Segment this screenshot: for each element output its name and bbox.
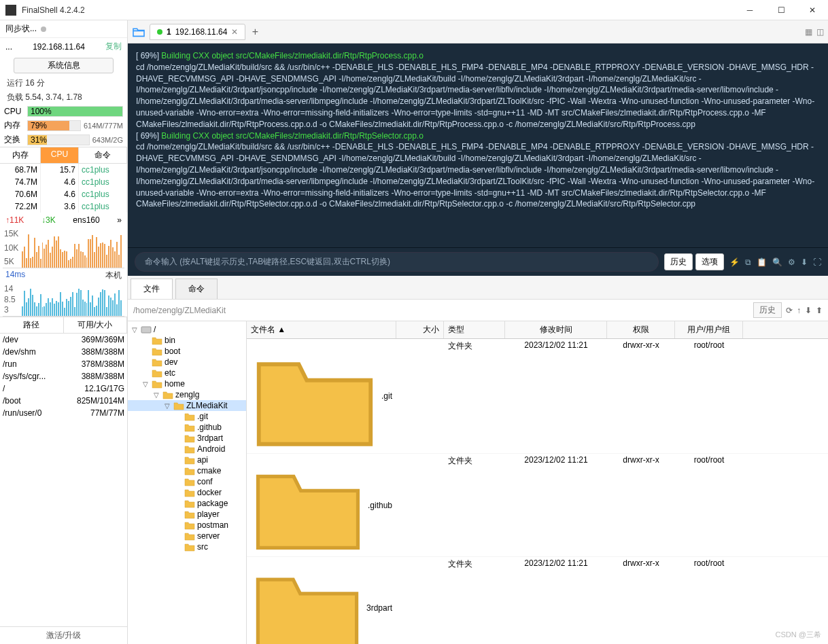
titlebar: FinalShell 4.2.4.2 ─ ☐ ✕ bbox=[0, 0, 828, 20]
tab-number: 1 bbox=[167, 27, 171, 37]
command-tab[interactable]: 命令 bbox=[175, 279, 218, 299]
hdr-date[interactable]: 修改时间 bbox=[505, 321, 607, 338]
mem-meter: 内存 79% 614M/777M bbox=[0, 118, 127, 132]
upload-file-icon[interactable]: ⬆ bbox=[816, 306, 823, 315]
download-file-icon[interactable]: ⬇ bbox=[805, 306, 812, 315]
disk-row[interactable]: /sys/fs/cgr...388M/388M bbox=[0, 370, 127, 382]
window-title: FinalShell 4.2.4.2 bbox=[22, 5, 734, 15]
process-row[interactable]: 70.6M4.6cc1plus bbox=[0, 188, 127, 200]
system-info-button[interactable]: 系统信息 bbox=[14, 58, 114, 73]
proc-hdr-cpu[interactable]: CPU bbox=[41, 147, 79, 163]
hdr-user[interactable]: 用户/用户组 bbox=[675, 321, 743, 338]
tree-node[interactable]: player bbox=[128, 509, 246, 520]
options-button[interactable]: 选项 bbox=[695, 253, 724, 270]
tree-node[interactable]: cmake bbox=[128, 465, 246, 476]
cpu-meter: CPU 100% bbox=[0, 105, 127, 118]
fullscreen-icon[interactable]: ⛶ bbox=[813, 257, 821, 267]
tree-node[interactable]: api bbox=[128, 454, 246, 465]
history-button[interactable]: 历史 bbox=[664, 253, 693, 270]
hdr-type[interactable]: 类型 bbox=[444, 321, 505, 338]
command-input[interactable]: 命令输入 (按ALT键提示历史,TAB键路径,ESC键返回,双击CTRL切换) bbox=[135, 252, 659, 272]
session-tab[interactable]: 1 192.168.11.64 ✕ bbox=[150, 24, 245, 40]
tree-node[interactable]: .git bbox=[128, 411, 246, 422]
tree-node[interactable]: .github bbox=[128, 422, 246, 433]
tree-node[interactable]: 3rdpart bbox=[128, 433, 246, 444]
swap-meter: 交换 31% 643M/2G bbox=[0, 132, 127, 147]
disk-row[interactable]: /dev369M/369M bbox=[0, 334, 127, 346]
disk-header: 路径 可用/大小 bbox=[0, 317, 127, 334]
tab-label: 192.168.11.64 bbox=[175, 27, 228, 37]
file-tree[interactable]: ▽/binbootdevetc▽home▽zenglg▽ZLMediaKit.g… bbox=[128, 321, 247, 644]
minimize-button[interactable]: ─ bbox=[734, 0, 765, 20]
path-bar: /home/zenglg/ZLMediaKit 历史 ⟳ ↑ ⬇ ⬆ bbox=[128, 300, 828, 321]
mem-right: 614M/777M bbox=[84, 122, 123, 130]
copy-icon[interactable]: ⧉ bbox=[745, 257, 751, 267]
bolt-icon[interactable]: ⚡ bbox=[729, 257, 740, 267]
process-row[interactable]: 72.2M3.6cc1plus bbox=[0, 200, 127, 213]
disk-hdr-path[interactable]: 路径 bbox=[0, 317, 64, 333]
tree-node[interactable]: dev bbox=[128, 357, 246, 368]
disk-hdr-size[interactable]: 可用/大小 bbox=[64, 317, 128, 333]
file-row[interactable]: 3rdpart文件夹2023/12/02 11:21drwxr-xr-xroot… bbox=[247, 557, 828, 644]
file-row[interactable]: .git文件夹2023/12/02 11:21drwxr-xr-xroot/ro… bbox=[247, 339, 828, 454]
search-icon[interactable]: 🔍 bbox=[772, 257, 782, 267]
host-prefix: ... bbox=[5, 42, 12, 52]
proc-hdr-cmd[interactable]: 命令 bbox=[79, 147, 127, 163]
hdr-name[interactable]: 文件名 ▲ bbox=[247, 321, 396, 338]
add-tab-button[interactable]: + bbox=[249, 26, 260, 37]
disk-row[interactable]: /run378M/388M bbox=[0, 358, 127, 370]
tree-node[interactable]: Android bbox=[128, 444, 246, 454]
current-path[interactable]: /home/zenglg/ZLMediaKit bbox=[133, 306, 748, 315]
disk-row[interactable]: /12.1G/17G bbox=[0, 382, 127, 395]
sync-label: 同步状... bbox=[5, 23, 37, 35]
tree-node[interactable]: ▽home bbox=[128, 378, 246, 389]
open-folder-icon[interactable] bbox=[132, 26, 145, 37]
tree-node[interactable]: docker bbox=[128, 487, 246, 498]
sync-dot-icon bbox=[41, 26, 46, 32]
proc-hdr-mem[interactable]: 内存 bbox=[0, 147, 41, 163]
cpu-label: CPU bbox=[4, 107, 24, 116]
tree-node[interactable]: bin bbox=[128, 335, 246, 346]
tree-node[interactable]: package bbox=[128, 498, 246, 509]
split-view-icon[interactable]: ◫ bbox=[816, 27, 824, 37]
ping-chart: 148.53 bbox=[3, 283, 124, 317]
path-history-button[interactable]: 历史 bbox=[753, 302, 782, 318]
tree-node[interactable]: ▽zenglg bbox=[128, 389, 246, 400]
refresh-icon[interactable]: ⟳ bbox=[786, 306, 793, 315]
process-row[interactable]: 68.7M15.7cc1plus bbox=[0, 164, 127, 176]
file-tab[interactable]: 文件 bbox=[131, 279, 173, 299]
maximize-button[interactable]: ☐ bbox=[765, 0, 797, 20]
ping-row: 14ms 本机 bbox=[0, 268, 127, 283]
net-expand-icon[interactable]: » bbox=[117, 215, 122, 225]
copy-link[interactable]: 复制 bbox=[105, 41, 122, 52]
tree-node[interactable]: postman bbox=[128, 520, 246, 531]
disk-row[interactable]: /boot825M/1014M bbox=[0, 395, 127, 407]
swap-right: 643M/2G bbox=[92, 136, 123, 144]
tree-node[interactable]: etc bbox=[128, 368, 246, 378]
hdr-perm[interactable]: 权限 bbox=[607, 321, 675, 338]
grid-view-icon[interactable]: ▦ bbox=[805, 27, 812, 37]
tree-node[interactable]: src bbox=[128, 541, 246, 552]
tab-close-icon[interactable]: ✕ bbox=[231, 27, 238, 37]
swap-label: 交换 bbox=[4, 134, 24, 145]
hdr-size[interactable]: 大小 bbox=[396, 321, 444, 338]
activate-button[interactable]: 激活/升级 bbox=[0, 626, 127, 644]
uptime-text: 运行 16 分 bbox=[0, 76, 127, 90]
tree-node[interactable]: conf bbox=[128, 476, 246, 487]
gear-icon[interactable]: ⚙ bbox=[788, 257, 795, 267]
net-down: ↓3K bbox=[41, 215, 56, 225]
download-icon[interactable]: ⬇ bbox=[801, 257, 808, 267]
disk-row[interactable]: /run/user/077M/77M bbox=[0, 407, 127, 419]
tree-node[interactable]: server bbox=[128, 531, 246, 541]
disk-row[interactable]: /dev/shm388M/388M bbox=[0, 346, 127, 358]
tree-node[interactable]: ▽ZLMediaKit bbox=[128, 400, 246, 411]
paste-icon[interactable]: 📋 bbox=[757, 257, 767, 267]
up-icon[interactable]: ↑ bbox=[797, 306, 801, 315]
terminal-output[interactable]: [ 69%] Building CXX object src/CMakeFile… bbox=[128, 43, 828, 247]
file-row[interactable]: .github文件夹2023/12/02 11:21drwxr-xr-xroot… bbox=[247, 454, 828, 557]
tree-node[interactable]: ▽/ bbox=[128, 324, 246, 335]
tree-node[interactable]: boot bbox=[128, 346, 246, 357]
close-button[interactable]: ✕ bbox=[797, 0, 828, 20]
file-list[interactable]: 文件名 ▲ 大小 类型 修改时间 权限 用户/用户组 .git文件夹2023/1… bbox=[247, 321, 828, 644]
process-row[interactable]: 74.7M4.6cc1plus bbox=[0, 176, 127, 188]
